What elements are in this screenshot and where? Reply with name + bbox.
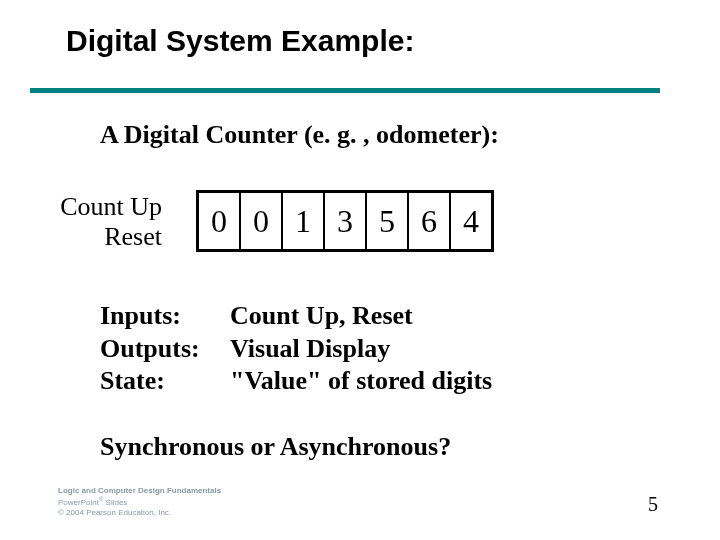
counter-display: 0 0 1 3 5 6 4 — [196, 190, 494, 252]
counter-digit: 6 — [409, 193, 451, 249]
counter-digit: 0 — [241, 193, 283, 249]
footer-line2-suffix: Slides — [103, 498, 127, 507]
slide-title: Digital System Example: — [66, 24, 414, 58]
counter-digit: 3 — [325, 193, 367, 249]
count-up-label: Count Up — [30, 192, 162, 222]
footer-line1: Logic and Computer Design Fundamentals — [58, 486, 221, 496]
state-label: State: — [100, 365, 230, 398]
state-value: "Value" of stored digits — [230, 365, 492, 398]
outputs-row: Outputs: Visual Display — [100, 333, 492, 366]
subtitle: A Digital Counter (e. g. , odometer): — [100, 120, 499, 150]
inputs-value: Count Up, Reset — [230, 300, 413, 333]
counter-digit: 4 — [451, 193, 491, 249]
input-labels: Count Up Reset — [30, 192, 162, 252]
inputs-row: Inputs: Count Up, Reset — [100, 300, 492, 333]
outputs-value: Visual Display — [230, 333, 390, 366]
page-number: 5 — [648, 493, 658, 516]
footer-line2-prefix: PowerPoint — [58, 498, 99, 507]
reset-label: Reset — [30, 222, 162, 252]
footer-line2: PowerPoint® Slides — [58, 496, 221, 508]
io-block: Inputs: Count Up, Reset Outputs: Visual … — [100, 300, 492, 398]
footer: Logic and Computer Design Fundamentals P… — [58, 486, 221, 518]
footer-line3: © 2004 Pearson Education, Inc. — [58, 508, 221, 518]
state-row: State: "Value" of stored digits — [100, 365, 492, 398]
counter-digit: 1 — [283, 193, 325, 249]
outputs-label: Outputs: — [100, 333, 230, 366]
counter-digit: 5 — [367, 193, 409, 249]
inputs-label: Inputs: — [100, 300, 230, 333]
question: Synchronous or Asynchronous? — [100, 432, 451, 462]
slide: Digital System Example: A Digital Counte… — [0, 0, 720, 540]
counter-digit: 0 — [199, 193, 241, 249]
title-divider — [30, 88, 660, 93]
